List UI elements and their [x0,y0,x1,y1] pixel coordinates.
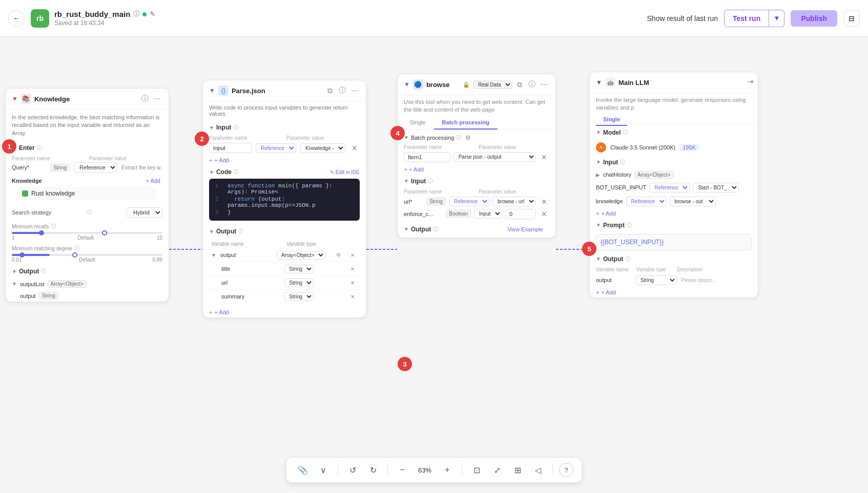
browse-output-section[interactable]: ▼ Output ⓘ View Example [398,221,555,238]
bot-user-input-ref-select[interactable]: Reference [649,183,690,192]
min-match-track[interactable] [12,254,162,256]
parsejson-code-section[interactable]: ▼ Code ⓘ ✎ Edit in IDE [203,165,366,179]
llm-output-type-select[interactable]: String [635,275,677,285]
code-line-2: 2 return {output: params.input.map(p=>JS… [215,196,354,208]
url-row-delete-btn[interactable]: ✕ [347,277,358,288]
zoom-in-btn[interactable]: + [439,462,456,478]
summary-type-select[interactable]: String [284,292,314,301]
min-recall-fill [12,232,42,234]
output-info-icon: ⓘ [41,268,46,275]
help-btn[interactable]: ? [559,463,573,477]
view-example-btn[interactable]: View Example [502,224,550,234]
batch-gear-btn[interactable]: ⚙ [463,133,472,142]
summary-row-delete-btn[interactable]: ✕ [347,291,358,302]
show-result-button[interactable]: Show result of last run [647,14,718,23]
output-type-select[interactable]: Array<Object> [277,251,325,260]
knowledge-add-btn[interactable]: + Add [144,177,162,185]
test-run-dropdown[interactable]: ▼ [769,10,784,27]
llm-add-input[interactable]: + + Add [590,208,758,219]
edit-in-ide-button[interactable]: ✎ Edit in IDE [330,169,360,175]
parsejson-output-section[interactable]: ▼ Output ⓘ [203,225,366,238]
output-row-delete-btn[interactable]: ✕ [347,250,358,260]
test-run-button[interactable]: Test run [724,10,769,27]
browse-input-section[interactable]: ▼ Input ⓘ [398,175,555,188]
browse-more-btn[interactable]: ⋯ [539,79,549,90]
knowledge-more-btn[interactable]: ⋯ [152,94,162,104]
grid-btn[interactable]: ⊞ [509,462,526,478]
parsejson-input-delete-btn[interactable]: ✕ [349,143,360,153]
browse-enforce-input-select[interactable]: Input [474,209,502,219]
parsejson-copy-btn[interactable]: ⧉ [325,85,335,96]
edit-icon[interactable]: ✎ [150,10,155,18]
min-match-thumb2[interactable] [72,252,77,258]
llm-add-output[interactable]: + + Add [590,287,758,297]
browse-url-ref-select[interactable]: Reference [449,197,489,206]
title-type-select[interactable]: String [284,265,314,273]
llm-knowledge-val-select[interactable]: browse - out [670,197,716,206]
min-match-thumb1[interactable] [19,252,25,258]
parsejson-param-value-header: Parameter value [286,135,360,141]
browse-copy-btn[interactable]: ⧉ [514,79,525,90]
llm-prompt-section[interactable]: ▼ Prompt ⓘ [590,219,758,232]
llm-model-section[interactable]: ▼ Model ⓘ [590,126,758,139]
parsejson-input-knowledge-select[interactable]: Knowledge - [300,143,345,153]
knowledge-output-section[interactable]: ▼ Output ⓘ [6,265,169,278]
url-type-select[interactable]: String [284,278,314,287]
output-row-copy-btn[interactable]: ⧉ [333,250,343,260]
llm-input-section[interactable]: ▼ Input ⓘ [590,156,758,169]
parsejson-input-section[interactable]: ▼ Input ⓘ [203,121,366,134]
llm-prompt-area[interactable]: {{BOT_USER_INPUT}} [596,234,752,250]
tab-batch[interactable]: Batch processing [434,116,498,130]
knowledge-node: ▼ 📚 Knowledge ⓘ ⋯ In the selected knowle… [5,88,169,302]
collapse-icon[interactable]: ▼ [12,95,18,102]
bot-user-input-val-select[interactable]: Start - BOT_ [693,183,739,192]
parsejson-collapse-icon[interactable]: ▼ [209,87,215,94]
parsejson-more-btn[interactable]: ⋯ [349,85,360,96]
output-list-name: outputList [20,281,45,287]
chat-history-expand[interactable]: ▶ [596,172,600,178]
llm-collapse-icon[interactable]: ▼ [596,79,602,86]
knowledge-info-btn[interactable]: ⓘ [140,94,150,104]
title-row-delete-btn[interactable]: ✕ [347,264,358,274]
collapse-btn[interactable]: ◁ [530,462,546,478]
fit-screen-btn[interactable]: ⊡ [468,462,485,478]
llm-knowledge-ref-select[interactable]: Reference [626,197,667,206]
parsejson-info-btn[interactable]: ⓘ [337,85,347,96]
browse-enforce-delete-btn[interactable]: ✕ [539,209,549,219]
attach-btn[interactable]: 📎 [295,462,311,478]
right-panel-toggle[interactable]: ⇥ [748,77,754,85]
back-button[interactable]: ← [8,10,25,27]
browse-info-btn[interactable]: ⓘ [527,79,537,90]
llm-tab-single[interactable]: Single [596,114,627,126]
knowledge-enter-section[interactable]: ▼ Enter ⓘ [6,141,169,155]
undo-btn[interactable]: ↺ [344,462,361,478]
query-ref-select[interactable]: Reference [74,162,117,173]
help-icon: ? [564,466,568,474]
min-recall-track[interactable] [12,232,162,234]
search-strategy-select[interactable]: Hybrid [127,207,162,218]
browse-enforce-value-input[interactable] [505,209,536,219]
browse-collapse-icon[interactable]: ▼ [404,81,410,88]
history-button[interactable]: ⊟ [843,10,860,27]
expand-btn[interactable]: ⤢ [489,462,505,478]
llm-output-row: output String Please descri... [590,273,758,287]
publish-button[interactable]: Publish [791,10,837,27]
real-data-select[interactable]: Real Data [473,80,512,89]
browse-url-delete-btn[interactable]: ✕ [539,197,549,207]
item1-delete-btn[interactable]: ✕ [539,152,549,162]
item1-value-select[interactable]: Parse json - output [453,152,536,162]
browse-add-batch[interactable]: + + Add [398,164,555,175]
code-editor[interactable]: 1 async function main({ params }: Args):… [209,179,360,221]
redo-btn[interactable]: ↻ [365,462,381,478]
toolbar-chevron-btn[interactable]: ∨ [315,462,332,478]
model-icon: A [596,142,606,153]
tab-single[interactable]: Single [402,116,434,130]
parsejson-add-output[interactable]: + + Add [203,307,366,317]
item1-input[interactable] [404,152,450,162]
parsejson-input-ref-select[interactable]: Reference [256,143,296,153]
browse-url-value-select[interactable]: browse - url [492,197,536,206]
parsejson-add-input[interactable]: + + Add [203,155,366,165]
llm-output-section[interactable]: ▼ Output ⓘ [590,252,758,266]
parsejson-input-param-name[interactable] [209,143,252,153]
zoom-out-btn[interactable]: − [394,462,410,478]
